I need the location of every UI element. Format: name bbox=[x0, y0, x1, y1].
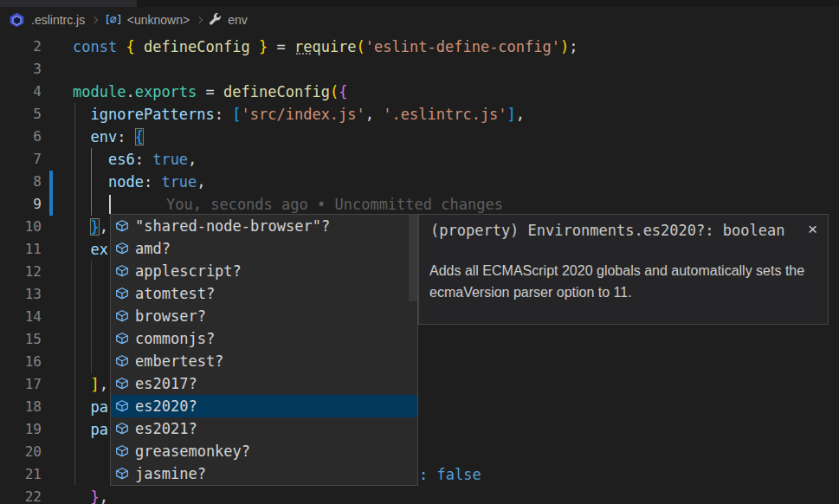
line-number: 8 bbox=[0, 171, 42, 193]
line-number: 20 bbox=[0, 441, 42, 463]
suggest-item[interactable]: applescript? bbox=[111, 260, 417, 282]
vscode-window: { "breadcrumb": { "file": ".eslintrc.js"… bbox=[0, 0, 839, 504]
chevron-right-icon bbox=[196, 16, 203, 23]
line-number: 3 bbox=[0, 58, 42, 81]
line-number: 12 bbox=[0, 261, 42, 283]
suggest-item-label: atomtest? bbox=[135, 285, 215, 302]
popup-header: (property) Environments.es2020?: boolean… bbox=[419, 215, 828, 239]
code-text: ex bbox=[73, 238, 108, 261]
breadcrumb-property[interactable]: env bbox=[228, 13, 248, 27]
signature-text: (property) Environments.es2020?: boolean bbox=[430, 222, 784, 239]
breadcrumb: .eslintrc.js [∅] <unknown> env bbox=[0, 7, 839, 32]
editor-line-8[interactable]: 8 node: true, bbox=[0, 171, 839, 193]
suggest-item[interactable]: es2020? bbox=[111, 395, 417, 417]
suggest-item-label: browser? bbox=[135, 307, 206, 325]
editor-line-9[interactable]: 9You, seconds ago • Uncommitted changes bbox=[0, 193, 839, 216]
code-text: pa bbox=[73, 396, 108, 418]
symbol-field-icon bbox=[115, 264, 129, 278]
suggest-item-label: es2020? bbox=[135, 397, 197, 415]
editor-line-4[interactable]: 4module.exports = defineConfig({ bbox=[0, 81, 839, 103]
line-number: 13 bbox=[0, 283, 42, 306]
suggest-item[interactable]: amd? bbox=[111, 237, 417, 260]
active-tab-sliver[interactable] bbox=[0, 0, 137, 7]
symbol-field-icon bbox=[115, 422, 129, 436]
line-number: 4 bbox=[0, 81, 42, 103]
suggest-item-label: applescript? bbox=[135, 262, 242, 280]
editor-line-22[interactable]: 22 }, bbox=[0, 486, 839, 504]
suggest-item[interactable]: greasemonkey? bbox=[111, 440, 417, 462]
gutter-modified-indicator bbox=[49, 171, 53, 193]
code-text: module.exports = defineConfig({ bbox=[73, 81, 347, 103]
code-text: ignorePatterns: ['src/index.js', '.eslin… bbox=[73, 103, 525, 126]
gutter-modified-indicator bbox=[49, 193, 53, 216]
breadcrumb-file[interactable]: .eslintrc.js bbox=[31, 13, 85, 27]
line-number: 6 bbox=[0, 126, 42, 148]
editor-line-7[interactable]: 7 es6: true, bbox=[0, 148, 839, 171]
suggest-item[interactable]: es2017? bbox=[111, 372, 417, 395]
doc-text: Adds all ECMAScript 2020 globals and aut… bbox=[419, 260, 828, 303]
scrollbar-slider[interactable] bbox=[409, 215, 417, 301]
line-number: 19 bbox=[0, 418, 42, 441]
symbol-field-icon bbox=[115, 377, 129, 391]
symbol-field-icon bbox=[115, 399, 129, 413]
line-number: 5 bbox=[0, 103, 42, 126]
suggest-list: "shared-node-browser"? amd? applescript?… bbox=[111, 215, 417, 485]
suggest-item-label: commonjs? bbox=[135, 330, 215, 347]
editor-line-2[interactable]: 2const { defineConfig } = require('eslin… bbox=[0, 36, 839, 58]
suggest-item[interactable]: browser? bbox=[111, 305, 417, 327]
line-number: 18 bbox=[0, 396, 42, 418]
line-number: 16 bbox=[0, 351, 42, 373]
suggest-item-label: greasemonkey? bbox=[135, 443, 250, 460]
code-text: }, bbox=[73, 486, 108, 504]
text-cursor bbox=[109, 195, 111, 214]
code-text: }, bbox=[73, 216, 108, 238]
code-text: const { defineConfig } = require('eslint… bbox=[73, 36, 578, 58]
line-number: 17 bbox=[0, 373, 42, 396]
editor-line-5[interactable]: 5 ignorePatterns: ['src/index.js', '.esl… bbox=[0, 103, 839, 126]
symbol-field-icon bbox=[115, 354, 129, 368]
editor-line-6[interactable]: 6 env: { bbox=[0, 126, 839, 148]
symbol-field-icon bbox=[115, 219, 129, 233]
code-text: node: true, bbox=[73, 171, 206, 193]
symbol-field-icon bbox=[115, 242, 129, 255]
wrench-icon bbox=[209, 13, 222, 26]
symbol-field-icon bbox=[115, 467, 129, 481]
suggest-item[interactable]: commonjs? bbox=[111, 327, 417, 350]
symbol-field-icon bbox=[115, 287, 129, 300]
line-number: 14 bbox=[0, 306, 42, 328]
breadcrumb-symbol[interactable]: <unknown> bbox=[127, 13, 190, 27]
suggest-item[interactable]: atomtest? bbox=[111, 282, 417, 305]
editor-line-3[interactable]: 3 bbox=[0, 58, 839, 81]
symbol-field-icon bbox=[115, 309, 129, 323]
line-number: 22 bbox=[0, 486, 42, 504]
symbol-field-icon bbox=[115, 444, 129, 458]
suggest-item[interactable]: jasmine? bbox=[111, 462, 417, 485]
symbol-field-icon bbox=[115, 332, 129, 346]
suggest-item-label: amd? bbox=[135, 240, 171, 257]
code-text-fragment: : false bbox=[419, 463, 481, 486]
suggest-item[interactable]: embertest? bbox=[111, 350, 417, 372]
code-text: ], bbox=[73, 373, 108, 396]
suggest-widget: "shared-node-browser"? amd? applescript?… bbox=[110, 214, 418, 486]
line-number: 21 bbox=[0, 463, 42, 486]
line-number: 9 bbox=[0, 193, 42, 216]
suggest-item-label: es2017? bbox=[135, 375, 197, 392]
suggest-item-label: embertest? bbox=[135, 352, 223, 370]
suggest-item-label: jasmine? bbox=[135, 465, 206, 482]
code-text: env: { bbox=[73, 126, 144, 148]
code-text: es6: true, bbox=[73, 148, 197, 171]
line-number: 7 bbox=[0, 148, 42, 171]
symbol-unknown-icon: [∅] bbox=[104, 13, 121, 26]
suggest-item[interactable]: "shared-node-browser"? bbox=[111, 215, 417, 237]
line-number: 2 bbox=[0, 36, 42, 58]
git-blame-annotation: You, seconds ago • Uncommitted changes bbox=[166, 193, 503, 216]
chevron-right-icon bbox=[91, 16, 98, 23]
close-icon[interactable]: × bbox=[808, 220, 817, 239]
line-number: 15 bbox=[0, 328, 42, 351]
suggest-details-popup: (property) Environments.es2020?: boolean… bbox=[418, 214, 829, 325]
suggest-item-label: "shared-node-browser"? bbox=[135, 217, 330, 235]
suggest-item[interactable]: es2021? bbox=[111, 417, 417, 440]
line-number: 11 bbox=[0, 238, 42, 261]
code-text: pa bbox=[73, 418, 108, 441]
line-number: 10 bbox=[0, 216, 42, 238]
